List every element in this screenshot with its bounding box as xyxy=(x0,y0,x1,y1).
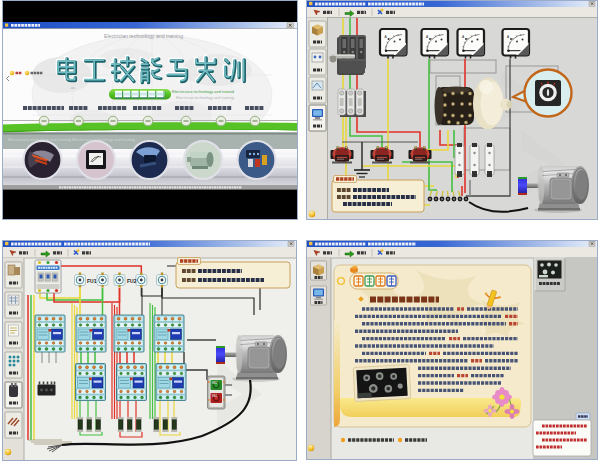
svg-text:SB1: SB1 xyxy=(212,394,218,398)
svg-text:SB2: SB2 xyxy=(212,381,218,385)
svg-text:Electrician technology and: Electrician technology and training xyxy=(176,96,234,100)
svg-text:-cc: -cc xyxy=(70,85,75,90)
svg-text:FU1: FU1 xyxy=(87,278,97,284)
svg-text:Electricians technology and tr: Electricians technology and trained xyxy=(172,89,234,94)
svg-text:FU2: FU2 xyxy=(127,278,137,284)
svg-text:Electrician technology and tra: Electrician technology and training xyxy=(104,33,183,39)
svg-text:Electricians technology and: Electricians technology and training Ele… xyxy=(8,137,135,142)
